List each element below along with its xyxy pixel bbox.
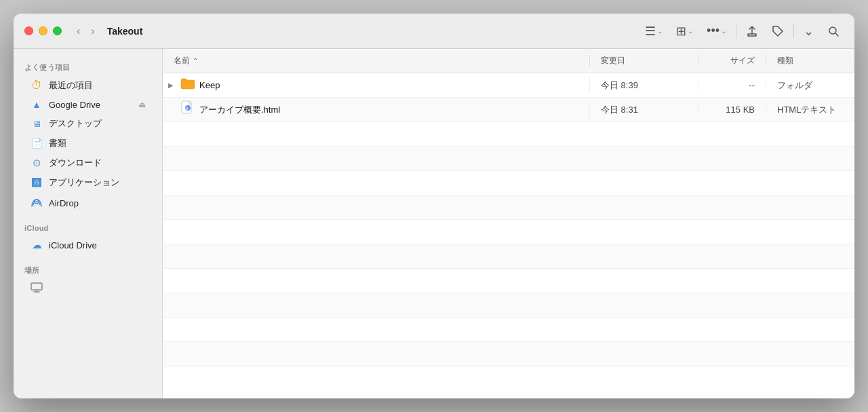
recents-icon: ⏱ xyxy=(30,79,43,92)
empty-row xyxy=(163,195,854,220)
eject-icon: ⏏ xyxy=(138,100,146,109)
empty-row xyxy=(163,269,854,293)
chevron-toggle-button[interactable]: ⌄ xyxy=(800,21,818,41)
file-size: 115 KB xyxy=(698,105,766,115)
sidebar-item-label: ダウンロード xyxy=(49,157,102,169)
file-size: -- xyxy=(698,80,766,90)
toolbar-divider-2 xyxy=(793,24,794,38)
date-column-header[interactable]: 変更日 xyxy=(590,55,698,67)
share-button[interactable] xyxy=(742,22,762,40)
back-button[interactable]: ‹ xyxy=(73,24,84,39)
sidebar-item-desktop[interactable]: 🖥 デスクトップ xyxy=(19,114,157,133)
window-title: Takeout xyxy=(107,26,641,37)
name-column-header[interactable]: 名前 ⌃ xyxy=(163,55,590,67)
traffic-lights xyxy=(24,26,62,35)
ellipsis-icon: ••• xyxy=(707,24,719,38)
desktop-icon: 🖥 xyxy=(30,119,43,129)
sidebar-item-label: 書類 xyxy=(49,137,66,149)
finder-window: ‹ › Takeout ☰ ⌄ ⊞ ⌄ ••• ⌄ xyxy=(14,14,854,398)
empty-row xyxy=(163,171,854,195)
html-file-icon: G xyxy=(180,100,195,119)
sidebar-item-label: Google Drive xyxy=(49,100,100,110)
sidebar-item-documents[interactable]: 📄 書類 xyxy=(19,134,157,153)
sidebar-item-downloads[interactable]: ⊙ ダウンロード xyxy=(19,153,157,172)
close-button[interactable] xyxy=(24,26,33,35)
folder-icon xyxy=(180,77,195,93)
minimize-button[interactable] xyxy=(39,26,47,35)
svg-rect-3 xyxy=(31,283,42,290)
downloads-icon: ⊙ xyxy=(30,157,43,169)
toolbar-actions: ☰ ⌄ ⊞ ⌄ ••• ⌄ xyxy=(641,21,844,41)
locations-label: 場所 xyxy=(14,260,162,278)
list-view-button[interactable]: ☰ ⌄ xyxy=(641,21,667,41)
tag-icon xyxy=(772,25,784,37)
share-icon xyxy=(746,25,758,37)
sidebar-item-google-drive[interactable]: ▲ Google Drive ⏏ xyxy=(19,96,157,113)
svg-text:G: G xyxy=(186,107,189,111)
airdrop-icon xyxy=(30,196,43,210)
search-button[interactable] xyxy=(823,22,844,40)
tag-button[interactable] xyxy=(768,22,788,40)
file-kind: HTMLテキスト xyxy=(766,104,854,116)
maximize-button[interactable] xyxy=(53,26,62,35)
icloud-icon: ☁ xyxy=(30,239,43,251)
sidebar-item-label: アプリケーション xyxy=(49,176,119,189)
file-name-cell: ▶ Keep xyxy=(163,77,590,93)
chevron-down-icon: ⌄ xyxy=(721,27,726,35)
sidebar-item-label: デスクトップ xyxy=(49,117,102,130)
expand-arrow-icon[interactable]: ▶ xyxy=(168,81,176,89)
chevron-down-icon: ⌄ xyxy=(688,27,693,35)
sidebar-item-applications[interactable]: 🅰 アプリケーション xyxy=(19,173,157,192)
size-column-header[interactable]: サイズ xyxy=(698,55,766,67)
sort-arrow-icon: ⌃ xyxy=(193,57,198,64)
file-kind: フォルダ xyxy=(766,79,854,92)
sidebar-item-airdrop[interactable]: AirDrop xyxy=(19,193,157,213)
name-label: 名前 xyxy=(174,55,190,67)
empty-row xyxy=(163,318,854,342)
forward-button[interactable]: › xyxy=(87,24,98,39)
list-view-icon: ☰ xyxy=(645,24,656,39)
sidebar-item-label: 最近の項目 xyxy=(49,79,93,92)
google-drive-icon: ▲ xyxy=(30,99,43,110)
documents-icon: 📄 xyxy=(30,138,43,149)
kind-column-header[interactable]: 種類 xyxy=(766,55,854,67)
empty-row xyxy=(163,293,854,318)
grid-view-icon: ⊞ xyxy=(676,24,686,39)
file-name: アーカイブ概要.html xyxy=(199,104,280,116)
file-list: ▶ Keep 今日 8:39 -- フォルダ xyxy=(163,73,854,398)
no-arrow: ▶ xyxy=(168,106,176,113)
empty-row xyxy=(163,122,854,147)
column-header: 名前 ⌃ 変更日 サイズ 種類 xyxy=(163,49,854,73)
empty-row xyxy=(163,220,854,244)
grid-view-button[interactable]: ⊞ ⌄ xyxy=(672,21,697,41)
titlebar: ‹ › Takeout ☰ ⌄ ⊞ ⌄ ••• ⌄ xyxy=(14,14,854,49)
sidebar: よく使う項目 ⏱ 最近の項目 ▲ Google Drive ⏏ 🖥 デスクトップ… xyxy=(14,49,163,398)
size-label: サイズ xyxy=(730,56,755,65)
file-browser: 名前 ⌃ 変更日 サイズ 種類 ▶ xyxy=(163,49,854,398)
kind-label: 種類 xyxy=(777,56,793,65)
search-icon xyxy=(827,25,840,37)
computer-icon xyxy=(30,282,43,295)
sidebar-item-label: iCloud Drive xyxy=(49,240,97,250)
table-row[interactable]: ▶ Keep 今日 8:39 -- フォルダ xyxy=(163,73,854,98)
content-area: よく使う項目 ⏱ 最近の項目 ▲ Google Drive ⏏ 🖥 デスクトップ… xyxy=(14,49,854,398)
sidebar-item-computer[interactable] xyxy=(19,279,157,298)
applications-icon: 🅰 xyxy=(30,177,43,188)
sidebar-item-label: AirDrop xyxy=(49,198,79,208)
more-options-button[interactable]: ••• ⌄ xyxy=(703,21,730,41)
date-label: 変更日 xyxy=(601,56,625,65)
file-date: 今日 8:31 xyxy=(590,104,698,116)
chevron-down-icon: ⌄ xyxy=(657,27,663,35)
sidebar-item-recents[interactable]: ⏱ 最近の項目 xyxy=(19,76,157,95)
svg-line-1 xyxy=(835,33,838,36)
toolbar-divider xyxy=(736,24,736,38)
sidebar-item-icloud-drive[interactable]: ☁ iCloud Drive xyxy=(19,236,157,255)
empty-row xyxy=(163,342,854,367)
chevron-icon: ⌄ xyxy=(804,24,814,39)
empty-row xyxy=(163,244,854,269)
file-date: 今日 8:39 xyxy=(590,79,698,92)
table-row[interactable]: ▶ G アーカイブ概要.html 今日 8:31 xyxy=(163,98,854,122)
file-name: Keep xyxy=(199,80,220,90)
nav-buttons: ‹ › xyxy=(73,24,99,39)
favorites-label: よく使う項目 xyxy=(14,57,162,75)
